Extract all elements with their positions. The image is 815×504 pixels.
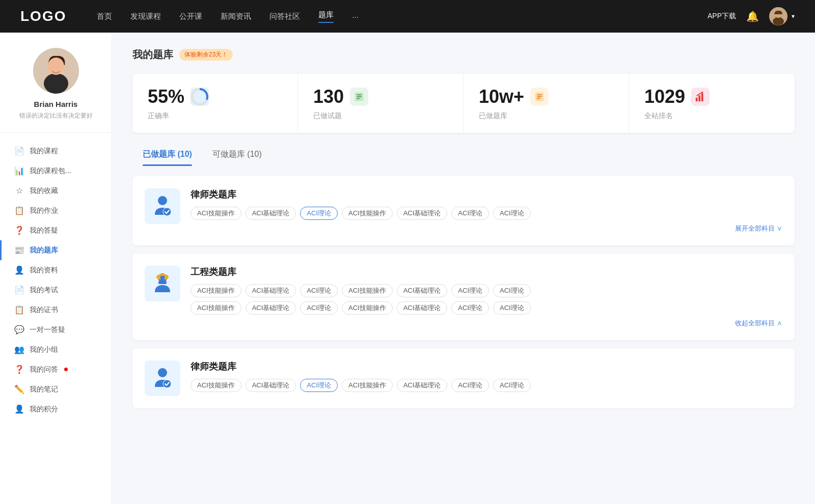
tag[interactable]: ACI基础理论 <box>397 379 448 392</box>
bank-content-lawyer-1: 律师类题库 ACI技能操作 ACI基础理论 ACI理论 ACI技能操作 ACI基… <box>191 188 782 233</box>
tag[interactable]: ACI理论 <box>451 379 489 392</box>
nav-home[interactable]: 首页 <box>97 12 112 21</box>
svg-rect-18 <box>696 98 698 101</box>
tag[interactable]: ACI技能操作 <box>191 207 241 220</box>
stat-ranking: 1029 全站排名 <box>629 74 795 133</box>
collapse-link-engineering[interactable]: 收起全部科目 ∧ <box>191 319 782 328</box>
notification-bell-icon[interactable]: 🔔 <box>746 10 759 22</box>
group-icon: 👥 <box>14 345 24 354</box>
page-wrapper: Brian Harris 错误的决定比没有决定要好 📄 我的课程 📊 我的课程包… <box>0 33 815 504</box>
bank-card-engineering: 工程类题库 ACI技能操作 ACI基础理论 ACI理论 ACI技能操作 ACI基… <box>132 254 795 340</box>
svg-point-23 <box>163 208 171 216</box>
tag[interactable]: ACI理论 <box>493 301 531 315</box>
sidebar-item-homework[interactable]: 📋 我的作业 <box>0 201 112 220</box>
accuracy-value: 55% <box>148 86 184 107</box>
ranking-label: 全站排名 <box>644 111 779 121</box>
svg-point-6 <box>44 73 68 94</box>
tag[interactable]: ACI技能操作 <box>342 284 393 297</box>
course-package-icon: 📊 <box>14 166 24 176</box>
tag[interactable]: ACI基础理论 <box>397 301 448 315</box>
navbar: LOGO 首页 发现课程 公开课 新闻资讯 问答社区 题库 ··· APP下载 … <box>0 0 815 33</box>
tag[interactable]: ACI理论 <box>493 207 531 220</box>
tag[interactable]: ACI基础理论 <box>246 207 296 220</box>
nav-open-course[interactable]: 公开课 <box>179 12 202 21</box>
sidebar-item-quiz-bank[interactable]: 📰 我的题库 <box>0 240 112 260</box>
tag[interactable]: ACI基础理论 <box>246 301 296 315</box>
nav-news[interactable]: 新闻资讯 <box>221 12 251 21</box>
tag[interactable]: ACI技能操作 <box>191 284 241 297</box>
logo[interactable]: LOGO <box>20 8 66 24</box>
nav-more[interactable]: ··· <box>352 12 359 21</box>
sidebar-item-points[interactable]: 👤 我的积分 <box>0 399 112 419</box>
sidebar-item-label: 我的课程 <box>30 147 58 156</box>
bank-card-lawyer-2: 律师类题库 ACI技能操作 ACI基础理论 ACI理论 ACI技能操作 ACI基… <box>132 348 795 408</box>
nav-links: 首页 发现课程 公开课 新闻资讯 问答社区 题库 ··· <box>97 10 708 23</box>
tab-done[interactable]: 已做题库 (10) <box>132 145 202 166</box>
tag[interactable]: ACI基础理论 <box>397 207 448 220</box>
homework-icon: 📋 <box>14 206 24 215</box>
tag[interactable]: ACI基础理论 <box>397 284 448 297</box>
sidebar-item-my-qa[interactable]: ❓ 我的问答 <box>0 359 112 379</box>
exam-icon: 📄 <box>14 285 24 295</box>
ranking-value: 1029 <box>644 86 685 107</box>
questions-done-icon <box>350 88 368 106</box>
tag[interactable]: ACI理论 <box>451 207 489 220</box>
certificate-icon: 📋 <box>14 305 24 315</box>
tag-active[interactable]: ACI理论 <box>300 207 338 220</box>
tags-row-lawyer-2: ACI技能操作 ACI基础理论 ACI理论 ACI技能操作 ACI基础理论 AC… <box>191 379 782 392</box>
tag[interactable]: ACI技能操作 <box>342 207 393 220</box>
sidebar-item-qa[interactable]: ❓ 我的答疑 <box>0 220 112 240</box>
sidebar-item-group[interactable]: 👥 我的小组 <box>0 340 112 359</box>
sidebar-item-favorites[interactable]: ☆ 我的收藏 <box>0 181 112 201</box>
tag[interactable]: ACI技能操作 <box>342 301 393 315</box>
tag[interactable]: ACI理论 <box>451 284 489 297</box>
page-header: 我的题库 体验剩余23天！ <box>132 48 795 62</box>
sidebar-item-courses[interactable]: 📄 我的课程 <box>0 141 112 161</box>
tag-active[interactable]: ACI理论 <box>300 379 338 392</box>
bank-card-header: 工程类题库 ACI技能操作 ACI基础理论 ACI理论 ACI技能操作 ACI基… <box>145 266 782 328</box>
tag[interactable]: ACI基础理论 <box>246 379 296 392</box>
tag[interactable]: ACI技能操作 <box>342 379 393 392</box>
tag[interactable]: ACI技能操作 <box>191 301 241 315</box>
bank-name-engineering: 工程类题库 <box>191 266 782 278</box>
expand-link-lawyer-1[interactable]: 展开全部科目 ∨ <box>191 224 782 233</box>
nav-quiz[interactable]: 题库 <box>318 10 334 23</box>
sidebar-item-certificate[interactable]: 📋 我的证书 <box>0 300 112 320</box>
sidebar-item-exam[interactable]: 📄 我的考试 <box>0 280 112 300</box>
sidebar-item-course-package[interactable]: 📊 我的课程包... <box>0 161 112 181</box>
nav-qa[interactable]: 问答社区 <box>269 12 300 21</box>
banks-done-value: 10w+ <box>479 86 524 107</box>
chevron-down-icon: ▾ <box>792 13 795 20</box>
stat-top: 10w+ <box>479 86 613 107</box>
page-title: 我的题库 <box>132 48 173 62</box>
tag[interactable]: ACI基础理论 <box>246 284 296 297</box>
sidebar-item-label: 我的积分 <box>30 405 58 414</box>
tags-row-engineering-1: ACI技能操作 ACI基础理论 ACI理论 ACI技能操作 ACI基础理论 AC… <box>191 284 782 297</box>
stat-banks-done: 10w+ 已做题库 <box>464 74 629 133</box>
questions-done-label: 已做试题 <box>313 111 448 121</box>
tag[interactable]: ACI理论 <box>300 284 338 297</box>
sidebar-item-label: 我的证书 <box>30 305 58 315</box>
sidebar-item-profile[interactable]: 👤 我的资料 <box>0 260 112 280</box>
tag[interactable]: ACI技能操作 <box>191 379 241 392</box>
profile-bio: 错误的决定比没有决定要好 <box>19 111 93 120</box>
bank-card-header: 律师类题库 ACI技能操作 ACI基础理论 ACI理论 ACI技能操作 ACI基… <box>145 360 782 396</box>
tag[interactable]: ACI理论 <box>493 379 531 392</box>
bank-icon-lawyer <box>145 188 180 224</box>
svg-point-22 <box>158 196 167 205</box>
nav-discover[interactable]: 发现课程 <box>130 12 161 21</box>
bank-card-lawyer-1: 律师类题库 ACI技能操作 ACI基础理论 ACI理论 ACI技能操作 ACI基… <box>132 176 795 245</box>
tag[interactable]: ACI理论 <box>493 284 531 297</box>
sidebar-item-notes[interactable]: ✏️ 我的笔记 <box>0 379 112 399</box>
profile-icon: 👤 <box>14 265 24 275</box>
stat-questions-done: 130 已做试题 <box>298 74 464 133</box>
tag[interactable]: ACI理论 <box>300 301 338 315</box>
tab-available[interactable]: 可做题库 (10) <box>202 145 272 166</box>
tag[interactable]: ACI理论 <box>451 301 489 315</box>
app-download-button[interactable]: APP下载 <box>708 12 736 21</box>
tab-bar: 已做题库 (10) 可做题库 (10) <box>132 145 795 166</box>
sidebar-item-one-on-one[interactable]: 💬 一对一答疑 <box>0 320 112 340</box>
navbar-right: APP下载 🔔 ▾ <box>708 7 795 25</box>
stat-top: 1029 <box>644 86 779 107</box>
user-avatar-area[interactable]: ▾ <box>769 7 795 25</box>
